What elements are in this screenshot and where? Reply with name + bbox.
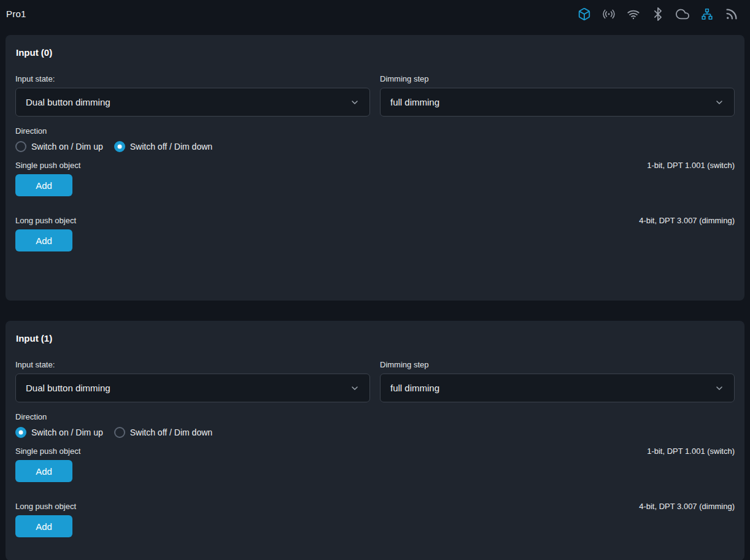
dimming-step-field: Dimming step full dimming bbox=[380, 360, 735, 402]
input-state-field: Input state: Dual button dimming bbox=[15, 360, 370, 402]
input-state-value: Dual button dimming bbox=[26, 97, 110, 107]
wifi-icon[interactable] bbox=[626, 7, 641, 21]
long-push-add-button[interactable]: Add bbox=[15, 229, 72, 251]
direction-radio-row: Switch on / Dim up Switch off / Dim down bbox=[15, 427, 735, 438]
top-bar: Pro1 bbox=[0, 0, 750, 28]
long-push-row: Long push object 4-bit, DPT 3.007 (dimmi… bbox=[15, 502, 735, 511]
long-push-label: Long push object bbox=[15, 216, 76, 225]
single-push-row: Single push object 1-bit, DPT 1.001 (swi… bbox=[15, 447, 735, 456]
dimming-step-value: full dimming bbox=[390, 97, 439, 107]
rss-icon[interactable] bbox=[724, 7, 739, 21]
input-state-select[interactable]: Dual button dimming bbox=[15, 88, 370, 117]
bluetooth-icon[interactable] bbox=[651, 7, 665, 21]
input-state-select[interactable]: Dual button dimming bbox=[15, 374, 370, 402]
single-push-label: Single push object bbox=[15, 447, 80, 456]
single-push-add-button[interactable]: Add bbox=[15, 460, 72, 482]
cube-icon[interactable] bbox=[577, 7, 592, 21]
single-push-dpt: 1-bit, DPT 1.001 (switch) bbox=[647, 161, 735, 170]
single-push-label: Single push object bbox=[15, 161, 80, 170]
direction-radio-row: Switch on / Dim up Switch off / Dim down bbox=[15, 141, 735, 152]
dimming-step-select[interactable]: full dimming bbox=[380, 88, 735, 117]
device-title: Pro1 bbox=[6, 9, 26, 19]
radio-label: Switch on / Dim up bbox=[31, 428, 103, 437]
radio-switch-on-dim-up[interactable]: Switch on / Dim up bbox=[15, 141, 103, 152]
dropdown-row: Input state: Dual button dimming Dimming… bbox=[15, 74, 735, 117]
panel-title: Input (1) bbox=[16, 333, 735, 343]
long-push-dpt: 4-bit, DPT 3.007 (dimming) bbox=[639, 216, 735, 225]
direction-label: Direction bbox=[15, 412, 735, 421]
input-state-label: Input state: bbox=[15, 360, 370, 369]
dimming-step-label: Dimming step bbox=[380, 74, 735, 83]
input-state-value: Dual button dimming bbox=[26, 383, 110, 393]
input-state-field: Input state: Dual button dimming bbox=[15, 74, 370, 117]
radio-label: Switch on / Dim up bbox=[31, 142, 103, 152]
panel-title: Input (0) bbox=[16, 47, 735, 58]
chevron-down-icon bbox=[350, 383, 360, 393]
radio-indicator bbox=[15, 427, 26, 438]
lan-icon[interactable] bbox=[700, 7, 714, 21]
radio-switch-off-dim-down[interactable]: Switch off / Dim down bbox=[114, 427, 212, 438]
single-push-row: Single push object 1-bit, DPT 1.001 (swi… bbox=[15, 161, 735, 170]
long-push-dpt: 4-bit, DPT 3.007 (dimming) bbox=[639, 502, 735, 511]
chevron-down-icon bbox=[714, 98, 724, 107]
dropdown-row: Input state: Dual button dimming Dimming… bbox=[15, 360, 735, 402]
single-push-add-button[interactable]: Add bbox=[15, 174, 72, 196]
radio-label: Switch off / Dim down bbox=[130, 142, 212, 152]
input-0-panel: Input (0) Input state: Dual button dimmi… bbox=[6, 35, 744, 301]
direction-group: Direction Switch on / Dim up Switch off … bbox=[15, 412, 735, 438]
dimming-step-label: Dimming step bbox=[380, 360, 735, 369]
radio-indicator bbox=[114, 141, 125, 152]
long-push-row: Long push object 4-bit, DPT 3.007 (dimmi… bbox=[15, 216, 735, 225]
input-1-panel: Input (1) Input state: Dual button dimmi… bbox=[6, 321, 744, 560]
radio-switch-on-dim-up[interactable]: Switch on / Dim up bbox=[15, 427, 103, 438]
radio-indicator bbox=[15, 141, 26, 152]
status-icon-bar bbox=[577, 7, 739, 21]
dimming-step-value: full dimming bbox=[390, 383, 439, 393]
radio-indicator bbox=[114, 427, 125, 438]
chevron-down-icon bbox=[714, 383, 724, 393]
radio-label: Switch off / Dim down bbox=[130, 428, 212, 437]
broadcast-icon[interactable] bbox=[601, 7, 616, 21]
chevron-down-icon bbox=[350, 98, 360, 107]
dimming-step-field: Dimming step full dimming bbox=[380, 74, 735, 117]
long-push-label: Long push object bbox=[15, 502, 76, 511]
cloud-icon[interactable] bbox=[675, 7, 690, 21]
direction-label: Direction bbox=[15, 126, 735, 136]
long-push-add-button[interactable]: Add bbox=[15, 515, 72, 537]
input-state-label: Input state: bbox=[15, 74, 370, 83]
radio-switch-off-dim-down[interactable]: Switch off / Dim down bbox=[114, 141, 212, 152]
dimming-step-select[interactable]: full dimming bbox=[380, 374, 735, 402]
single-push-dpt: 1-bit, DPT 1.001 (switch) bbox=[647, 447, 735, 456]
direction-group: Direction Switch on / Dim up Switch off … bbox=[15, 126, 735, 152]
